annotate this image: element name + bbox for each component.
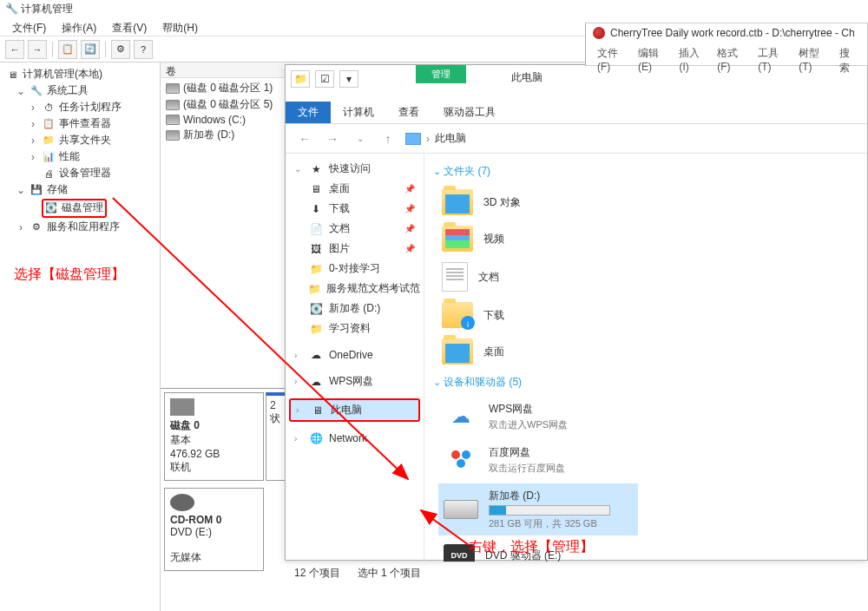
forward-button[interactable]: →	[322, 128, 343, 149]
help-button[interactable]: ?	[134, 40, 153, 59]
expand-icon[interactable]: ›	[16, 221, 26, 233]
volume-icon	[166, 83, 180, 94]
nav-desktop[interactable]: 🖥桌面📌	[289, 179, 420, 199]
mgmt-tree: 🖥 计算机管理(本地) ⌄ 🔧 系统工具 › ⏱ 任务计划程序 › 📋 事件查看…	[0, 62, 161, 611]
cherry-menu-format[interactable]: 格式(F)	[711, 44, 750, 77]
drive-wps[interactable]: ☁ WPS网盘双击进入WPS网盘	[438, 397, 638, 437]
nav-pictures[interactable]: 🖼图片📌	[289, 239, 420, 259]
folder-documents[interactable]: 文档	[438, 259, 629, 295]
back-button[interactable]: ←	[294, 128, 315, 149]
volume-icon	[166, 100, 180, 110]
perf-icon: 📊	[42, 150, 56, 164]
tab-computer[interactable]: 计算机	[331, 102, 386, 123]
refresh-button[interactable]: 🔄	[81, 40, 100, 59]
properties-button[interactable]: ☑	[315, 70, 334, 88]
expand-icon[interactable]: ›	[296, 405, 305, 415]
nav-folder[interactable]: 📁服务规范文档考试范	[289, 279, 420, 299]
back-button[interactable]: ←	[5, 40, 24, 59]
folder-icon: 📁	[308, 282, 321, 296]
tree-event-viewer[interactable]: › 📋 事件查看器	[3, 115, 156, 132]
folder-3d-objects[interactable]: 3D 对象	[438, 186, 629, 219]
menu-file[interactable]: 文件(F)	[5, 19, 53, 34]
collapse-icon[interactable]: ⌄	[294, 164, 303, 174]
expand-icon[interactable]: ›	[28, 118, 38, 130]
tree-disk-mgmt[interactable]: › 💽 磁盘管理	[3, 198, 156, 219]
cherry-menu-tools[interactable]: 工具(T)	[752, 44, 791, 77]
tree-device-mgr[interactable]: › 🖨 设备管理器	[3, 165, 156, 181]
up-button[interactable]: ↑	[378, 128, 398, 149]
nav-folder[interactable]: 📁0-对接学习	[289, 259, 420, 279]
nav-folder[interactable]: 📁学习资料	[289, 319, 420, 338]
disk-icon	[170, 398, 194, 416]
drive-dvd[interactable]: DVD DVD 驱动器 (E:)	[438, 539, 638, 562]
tab-view[interactable]: 查看	[386, 102, 431, 123]
folders-section[interactable]: 文件夹 (7)	[431, 161, 860, 182]
expand-icon[interactable]: ›	[28, 151, 38, 163]
this-pc-label: 此电脑	[511, 70, 542, 85]
expand-icon[interactable]: ›	[294, 377, 303, 386]
tree-services[interactable]: › ⚙ 服务和应用程序	[3, 219, 156, 235]
volume-icon	[166, 115, 180, 125]
dvd-icon: DVD	[444, 544, 475, 562]
collapse-icon[interactable]: ⌄	[16, 184, 26, 196]
toolbar-btn[interactable]: 📋	[58, 40, 77, 59]
expand-icon[interactable]: ›	[28, 102, 38, 114]
document-icon	[442, 262, 468, 292]
tree-system-tools[interactable]: ⌄ 🔧 系统工具	[3, 82, 156, 99]
nav-quick-access[interactable]: ⌄★快速访问	[289, 159, 420, 179]
cherrytree-window: CherryTree Daily work record.ctb - D:\ch…	[585, 23, 868, 66]
expand-icon[interactable]: ›	[28, 135, 38, 147]
folder-videos[interactable]: 视频	[438, 222, 629, 255]
tree-storage[interactable]: ⌄ 💾 存储	[3, 181, 156, 198]
nav-this-pc[interactable]: ›🖥此电脑	[289, 398, 420, 422]
mgmt-titlebar: 🔧 计算机管理	[0, 0, 868, 17]
settings-button[interactable]: ⚙	[111, 40, 130, 59]
devices-section[interactable]: 设备和驱动器 (5)	[431, 371, 860, 393]
nav-downloads[interactable]: ⬇下载📌	[289, 199, 420, 219]
nav-onedrive[interactable]: ›☁OneDrive	[289, 345, 420, 365]
cherry-menu-file[interactable]: 文件(F)	[591, 44, 630, 77]
expand-icon[interactable]: ›	[294, 434, 303, 443]
pin-icon: 📌	[404, 224, 415, 233]
tab-drive-tools[interactable]: 驱动器工具	[431, 102, 508, 123]
explorer-icon[interactable]: 📁	[291, 70, 310, 88]
nav-wps[interactable]: ›☁WPS网盘	[289, 371, 420, 391]
cherry-menu-tree[interactable]: 树型(T)	[792, 44, 832, 77]
cherry-icon	[593, 27, 605, 39]
storage-icon: 💾	[30, 183, 43, 197]
folder-downloads[interactable]: 下载	[438, 299, 629, 332]
menu-action[interactable]: 操作(A)	[55, 19, 103, 34]
folder-icon: 📁	[42, 134, 56, 148]
cherry-menu-edit[interactable]: 编辑(E)	[632, 44, 671, 77]
collapse-icon[interactable]: ⌄	[16, 85, 26, 97]
drive-d[interactable]: 新加卷 (D:) 281 GB 可用，共 325 GB	[438, 483, 638, 535]
cherrytree-menubar: 文件(F) 编辑(E) 插入(I) 格式(F) 工具(T) 树型(T) 搜索	[586, 43, 867, 79]
svg-point-0	[451, 450, 460, 459]
tree-shared-folders[interactable]: › 📁 共享文件夹	[3, 132, 156, 148]
dropdown-button[interactable]: ▾	[339, 70, 358, 88]
drive-baidu[interactable]: 百度网盘双击运行百度网盘	[438, 440, 638, 480]
nav-documents[interactable]: 📄文档📌	[289, 219, 420, 239]
star-icon: ★	[308, 162, 324, 176]
nav-drive[interactable]: 💽新加卷 (D:)	[289, 299, 420, 319]
cherry-menu-search[interactable]: 搜索	[833, 44, 862, 77]
tree-performance[interactable]: › 📊 性能	[3, 148, 156, 165]
volume-icon	[166, 130, 180, 141]
breadcrumb[interactable]: › 此电脑	[405, 131, 466, 146]
folder-icon	[442, 338, 473, 365]
tree-root[interactable]: 🖥 计算机管理(本地)	[3, 66, 156, 82]
folder-desktop[interactable]: 桌面	[438, 335, 629, 368]
cloud-icon: ☁	[308, 375, 324, 389]
nav-network[interactable]: ›🌐Network	[289, 429, 420, 448]
forward-button[interactable]: →	[28, 40, 47, 59]
tree-task-scheduler[interactable]: › ⏱ 任务计划程序	[3, 99, 156, 115]
menu-help[interactable]: 帮助(H)	[155, 19, 205, 34]
tab-file[interactable]: 文件	[286, 102, 331, 123]
drive-icon: 💽	[308, 302, 324, 316]
computer-icon: 🖥	[5, 68, 19, 82]
expand-icon[interactable]: ›	[294, 351, 303, 360]
cherry-menu-insert[interactable]: 插入(I)	[673, 44, 709, 77]
history-dropdown[interactable]: ⌄	[350, 128, 371, 149]
separator	[105, 42, 106, 57]
menu-view[interactable]: 查看(V)	[105, 19, 154, 34]
